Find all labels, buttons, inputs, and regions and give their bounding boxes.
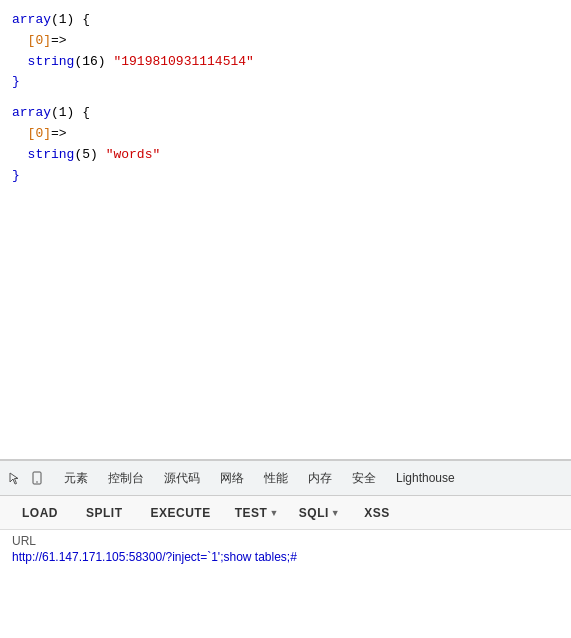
execute-button[interactable]: EXECUTE — [139, 503, 223, 523]
code-line: string(5) "words" — [12, 145, 559, 166]
code-line: array(1) { — [12, 103, 559, 124]
devtools-tab-memory[interactable]: 内存 — [298, 466, 342, 491]
test-dropdown-button[interactable]: TEST ▼ — [227, 503, 287, 523]
url-label: URL — [12, 534, 559, 548]
devtools-tab-security[interactable]: 安全 — [342, 466, 386, 491]
url-value: http://61.147.171.105:58300/?inject=`1';… — [12, 550, 559, 564]
test-label: TEST — [235, 506, 268, 520]
code-output-area: array(1) { [0]=> string(16) "19198109311… — [0, 0, 571, 460]
code-line: [0]=> — [12, 124, 559, 145]
cursor-icon[interactable] — [6, 469, 24, 487]
code-block-1: array(1) { [0]=> string(16) "19198109311… — [12, 10, 559, 93]
devtools-tab-elements[interactable]: 元素 — [54, 466, 98, 491]
sqli-dropdown-button[interactable]: SQLI ▼ — [291, 503, 348, 523]
xss-button[interactable]: XSS — [352, 503, 402, 523]
svg-point-1 — [36, 481, 38, 483]
code-line: array(1) { — [12, 10, 559, 31]
code-line: } — [12, 72, 559, 93]
code-line: [0]=> — [12, 31, 559, 52]
sqli-label: SQLI — [299, 506, 329, 520]
code-line: } — [12, 166, 559, 187]
test-dropdown-arrow: ▼ — [269, 508, 278, 518]
load-button[interactable]: LOAD — [10, 503, 70, 523]
toolbar: LOAD SPLIT EXECUTE TEST ▼ SQLI ▼ XSS — [0, 496, 571, 530]
devtools-bar: 元素 控制台 源代码 网络 性能 内存 安全 Lighthouse — [0, 460, 571, 496]
code-line: string(16) "1919810931114514" — [12, 52, 559, 73]
phone-icon[interactable] — [28, 469, 46, 487]
devtools-tab-network[interactable]: 网络 — [210, 466, 254, 491]
code-block-2: array(1) { [0]=> string(5) "words" } — [12, 103, 559, 186]
split-button[interactable]: SPLIT — [74, 503, 135, 523]
sqli-dropdown-arrow: ▼ — [331, 508, 340, 518]
devtools-tab-console[interactable]: 控制台 — [98, 466, 154, 491]
url-area: URL http://61.147.171.105:58300/?inject=… — [0, 530, 571, 570]
devtools-icons — [6, 469, 46, 487]
devtools-tab-performance[interactable]: 性能 — [254, 466, 298, 491]
devtools-tab-lighthouse[interactable]: Lighthouse — [386, 467, 465, 489]
devtools-tab-sources[interactable]: 源代码 — [154, 466, 210, 491]
